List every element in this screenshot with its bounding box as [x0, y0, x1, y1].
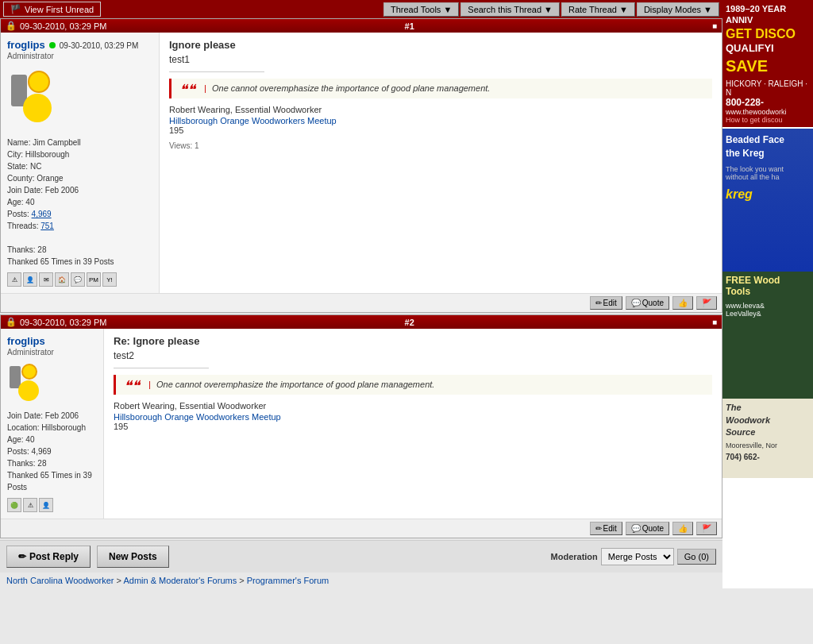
post-2-report-icon[interactable]: ■: [712, 318, 717, 326]
post-2-date: 09-30-2010, 03:29 PM: [20, 318, 106, 327]
post-1-edit-label: Edit: [603, 299, 617, 307]
post-1-username-wrap: froglips 09-30-2010, 03:29 PM: [7, 39, 152, 51]
post-1-state: State: NC: [7, 160, 152, 172]
post-reply-label: Post Reply: [29, 551, 79, 562]
post-2-quote-button[interactable]: 💬 Quote: [626, 522, 669, 535]
post-1-quote-button[interactable]: 💬 Quote: [626, 296, 669, 310]
post-2-user-stats: Join Date: Feb 2006 Location: Hillsborou…: [7, 410, 97, 493]
post-1-sig-num: 195: [169, 125, 712, 135]
post-1-report-button[interactable]: 🚩: [696, 296, 717, 310]
pencil-icon: ✏: [18, 551, 26, 562]
post-2-age: Age: 40: [7, 434, 97, 445]
post-2-username-link[interactable]: froglips: [7, 335, 45, 347]
post-2-avatar: [7, 361, 97, 405]
rate-thread-label: Rate Thread: [568, 5, 617, 14]
post-2-lock-icon: 🔒: [6, 317, 17, 327]
moderation-label: Moderation: [551, 552, 598, 561]
post-1-age: Age: 40: [7, 196, 152, 208]
post-reply-button[interactable]: ✏ Post Reply: [6, 546, 91, 568]
post-1-quote-label: Quote: [642, 299, 664, 307]
post-2-posts: Posts: 4,969: [7, 445, 97, 457]
post-2-online-icon[interactable]: 🟢: [7, 498, 21, 512]
post-1-yahoo-icon[interactable]: Y!: [102, 272, 117, 287]
post-1-posts: Posts: 4,969: [7, 208, 152, 220]
view-first-unread-button[interactable]: 🏴 View First Unread: [3, 2, 101, 17]
post-1-sig-link[interactable]: Hillsborough Orange Woodworkers Meetup: [169, 116, 337, 125]
post-2-header-left: 🔒 09-30-2010, 03:29 PM: [6, 317, 106, 327]
go-label: Go (0): [684, 552, 709, 561]
breadcrumb-sep-2: >: [239, 576, 246, 585]
post-2-quote-text: One cannot overemphasize the importance …: [156, 380, 434, 389]
breadcrumb-link-1[interactable]: North Carolina Woodworker: [6, 576, 114, 585]
post-2-edit-icon: ✏: [595, 524, 602, 533]
post-2-quote-label: Quote: [642, 524, 664, 533]
post-1-number: #1: [405, 21, 414, 31]
post-1-username-link[interactable]: froglips: [7, 39, 45, 51]
ad-1[interactable]: 1989–20 YEAR ANNIV GET DISCO QUALIFYI SA…: [722, 0, 813, 127]
edit-icon: ✏: [595, 299, 602, 307]
post-1-thanks: Thanks: 28: [7, 244, 152, 256]
post-2-quote-icon: 💬: [631, 524, 641, 533]
post-1: 🔒 09-30-2010, 03:29 PM #1 ■ froglips 09-…: [0, 18, 722, 313]
post-2-sig-link[interactable]: Hillsborough Orange Woodworkers Meetup: [114, 412, 281, 422]
post-2-thanks-button[interactable]: 👍: [672, 522, 693, 535]
post-2-sig1: Robert Wearing, Essential Woodworker: [114, 401, 712, 411]
new-posts-button[interactable]: New Posts: [97, 546, 169, 568]
post-2-title: Re: Ignore please: [114, 335, 712, 347]
moderation-select[interactable]: Merge Posts: [601, 548, 674, 565]
go-button[interactable]: Go (0): [677, 549, 716, 565]
post-1-homepage-icon[interactable]: 🏠: [55, 272, 69, 287]
post-1-quote-text: One cannot overemphasize the importance …: [212, 83, 490, 93]
post-1-user-stats: Name: Jim Campbell City: Hillsborough St…: [7, 137, 152, 268]
post-1-text: test1: [169, 54, 712, 65]
ad-2[interactable]: Beaded Facethe Kreg The look you wantwit…: [722, 129, 813, 272]
post-1-pm-icon[interactable]: PM: [87, 272, 101, 287]
post-2-edit-label: Edit: [603, 524, 617, 533]
rate-thread-button[interactable]: Rate Thread ▼: [561, 2, 635, 17]
post-1-warn-icon[interactable]: ⚠: [7, 272, 21, 287]
ad-1-title: 1989–20 YEAR ANNIV GET DISCO QUALIFYI SA…: [726, 3, 810, 76]
post-1-footer: ✏ Edit 💬 Quote 👍 🚩: [1, 293, 722, 312]
moderation-area: Moderation Merge Posts Go (0): [551, 548, 716, 565]
post-2-user-info: froglips Administrator Join Date: Feb 20…: [1, 329, 104, 519]
ad-4[interactable]: TheWoodworkSource Mooresville, Nor 704) …: [722, 399, 813, 478]
thread-tools-label: Thread Tools: [391, 5, 441, 14]
post-1-user-date: 09-30-2010, 03:29 PM: [60, 41, 139, 50]
post-1-user-icons: ⚠ 👤 ✉ 🏠 💬 PM Y!: [7, 272, 152, 287]
post-2-quote-mark-icon: ❝❝: [124, 378, 140, 394]
post-2-usercp-icon[interactable]: 👤: [39, 498, 53, 512]
post-2-header: 🔒 09-30-2010, 03:29 PM #2 ■: [1, 315, 722, 329]
post-2-report-button[interactable]: 🚩: [696, 522, 717, 535]
report-icon: 🚩: [702, 299, 711, 307]
post-1-quote: ❝❝ | One cannot overemphasize the import…: [169, 79, 712, 98]
display-modes-label: Display Modes: [644, 5, 701, 14]
post-1-city: City: Hillsborough: [7, 148, 152, 160]
post-1-thanked: Thanked 65 Times in 39 Posts: [7, 256, 152, 268]
post-2-user-role: Administrator: [7, 348, 97, 357]
post-2-warn-icon[interactable]: ⚠: [23, 498, 37, 512]
post-1-usercp-icon[interactable]: 👤: [23, 272, 37, 287]
ad-sidebar: 1989–20 YEAR ANNIV GET DISCO QUALIFYI SA…: [722, 0, 813, 588]
post-1-user-role: Administrator: [7, 52, 152, 60]
post-2-number: #2: [405, 318, 414, 327]
post-2-edit-button[interactable]: ✏ Edit: [590, 522, 622, 535]
post-1-thanks-button[interactable]: 👍: [672, 296, 693, 310]
post-1-avatar: [7, 67, 152, 130]
post-1-date: 09-30-2010, 03:29 PM: [20, 21, 106, 31]
post-1-email-icon[interactable]: ✉: [39, 272, 53, 287]
display-modes-button[interactable]: Display Modes ▼: [637, 2, 719, 17]
breadcrumb-link-3[interactable]: Programmer's Forum: [247, 576, 329, 585]
search-thread-button[interactable]: Search this Thread ▼: [460, 2, 560, 17]
thread-tools-button[interactable]: Thread Tools ▼: [383, 2, 459, 17]
post-1-name: Name: Jim Campbell: [7, 137, 152, 148]
quote-mark-icon: ❝❝: [179, 82, 195, 98]
post-1-threads-link[interactable]: 751: [40, 222, 54, 230]
post-1-posts-link[interactable]: 4,969: [32, 210, 52, 218]
ad-1-sub: How to get discou: [726, 116, 810, 124]
post-1-aim-icon[interactable]: 💬: [71, 272, 85, 287]
post-1-edit-button[interactable]: ✏ Edit: [590, 296, 622, 310]
post-2-quote: ❝❝ | One cannot overemphasize the import…: [114, 375, 712, 395]
breadcrumb-link-2[interactable]: Admin & Moderator's Forums: [123, 576, 237, 585]
post-1-report-icon[interactable]: ■: [712, 21, 717, 30]
ad-3[interactable]: FREE WoodTools www.leeva&LeeValley&: [722, 272, 813, 399]
